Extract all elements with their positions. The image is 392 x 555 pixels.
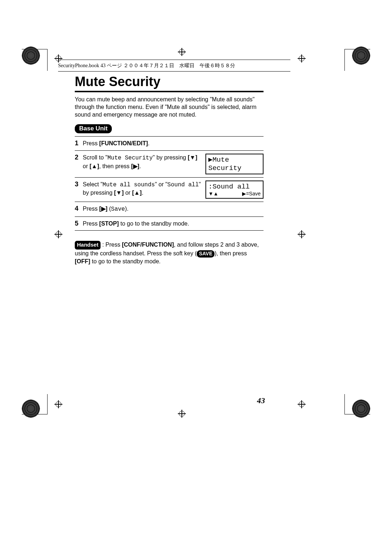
step-text: Press [▶] (Save). <box>83 205 264 214</box>
key-right-icon: [▶] <box>131 163 139 169</box>
text: " by pressing <box>153 154 188 161</box>
step-1: 1 Press [FUNCTION/EDIT]. <box>75 136 264 150</box>
corner-ornament-icon <box>352 400 370 418</box>
text: . <box>148 140 150 146</box>
crop-rule <box>344 394 345 414</box>
text: Select " <box>83 181 103 187</box>
registration-mark-icon <box>298 400 306 408</box>
lcd-line: :Sound all <box>208 183 261 191</box>
text: ). <box>125 206 128 212</box>
page-number: 43 <box>257 396 265 405</box>
text: to go to the standby mode. <box>90 258 161 264</box>
step-number: 1 <box>75 139 83 147</box>
step-4: 4 Press [▶] (Save). <box>75 202 264 216</box>
steps-list: 1 Press [FUNCTION/EDIT]. 2 Scroll to "Mu… <box>75 136 264 231</box>
text: Press <box>83 140 99 146</box>
registration-mark-icon <box>54 230 62 238</box>
text: . <box>142 190 143 196</box>
text: Press <box>83 206 99 212</box>
text: : Press <box>101 242 122 248</box>
key-label: [CONF/FUNCTION] <box>122 242 174 248</box>
lcd-text: Sound all <box>167 182 199 188</box>
page-content: Mute Security You can mute beep and anno… <box>75 72 264 265</box>
text: or <box>124 190 132 196</box>
text: Scroll to " <box>83 154 107 161</box>
step-number: 5 <box>75 220 83 227</box>
text: " or " <box>155 181 167 187</box>
running-head-text: SecurityPhone.book 43 ページ ２００４年７月２１日 水曜日… <box>58 63 235 68</box>
handset-paragraph: Handset : Press [CONF/FUNCTION], and fol… <box>75 241 264 265</box>
step-text: Select "Mute all sounds" or "Sound all" … <box>83 181 202 197</box>
corner-ornament-icon <box>22 400 40 418</box>
step-number: 4 <box>75 205 83 212</box>
softkey-save: SAVE <box>197 250 215 258</box>
lcd-nav-arrows-icon: ▼▲ <box>208 191 219 197</box>
key-up-icon: [▲] <box>132 190 142 196</box>
page-title: Mute Security <box>75 74 264 89</box>
intro-paragraph: You can mute beep and announcement by se… <box>75 96 264 118</box>
key-label: [OFF] <box>75 258 90 264</box>
registration-mark-icon <box>178 48 186 56</box>
crop-rule <box>47 49 48 71</box>
lcd-box: :Sound all ▼▲ ▶=Save <box>205 181 264 199</box>
key-up-icon: [▲] <box>90 163 99 169</box>
lcd-line: ▶Mute Security <box>205 154 264 174</box>
crop-rule <box>47 394 48 414</box>
step-number: 3 <box>75 181 83 188</box>
text: . <box>139 163 141 169</box>
lcd-text: Save <box>111 206 125 212</box>
handset-pill: Handset <box>75 241 101 249</box>
text: or <box>83 163 90 169</box>
key-label: [FUNCTION/EDIT] <box>99 140 148 146</box>
step-2: 2 Scroll to "Mute Security" by pressing … <box>75 150 264 177</box>
corner-ornament-icon <box>352 46 370 65</box>
step-text: Press [STOP] to go to the standby mode. <box>83 220 264 228</box>
text: Press <box>83 220 99 227</box>
registration-mark-icon <box>178 410 186 418</box>
key-down-icon: [▼] <box>188 154 197 161</box>
step-text: Scroll to "Mute Security" by pressing [▼… <box>83 154 202 170</box>
text: to go to the standby mode. <box>119 220 189 227</box>
lcd-display: ▶Mute Security <box>205 154 264 174</box>
step-5: 5 Press [STOP] to go to the standby mode… <box>75 216 264 231</box>
step-text: Press [FUNCTION/EDIT]. <box>83 139 264 147</box>
registration-mark-icon <box>298 230 306 238</box>
lcd-display: :Sound all ▼▲ ▶=Save <box>205 181 264 199</box>
step-3: 3 Select "Mute all sounds" or "Sound all… <box>75 177 264 202</box>
print-page: SecurityPhone.book 43 ページ ２００４年７月２１日 水曜日… <box>0 0 392 555</box>
lcd-text: Mute Security <box>107 155 153 161</box>
lcd-text: Mute all sounds <box>103 182 155 188</box>
key-label: [STOP] <box>99 220 119 227</box>
crop-rule <box>344 49 345 71</box>
title-underline <box>75 91 264 92</box>
text: ), then press <box>215 250 247 256</box>
registration-mark-icon <box>298 54 306 62</box>
text: , then press <box>99 163 131 169</box>
section-base-unit: Base Unit <box>75 124 112 133</box>
key-right-icon: [▶] <box>99 206 107 212</box>
key-down-icon: [▼] <box>114 190 124 196</box>
text: ( <box>107 206 111 212</box>
crop-rule <box>22 49 22 49</box>
corner-ornament-icon <box>22 46 40 65</box>
running-head: SecurityPhone.book 43 ページ ２００４年７月２１日 水曜日… <box>58 57 290 74</box>
step-number: 2 <box>75 154 83 161</box>
registration-mark-icon <box>54 400 62 408</box>
lcd-save-hint: ▶=Save <box>242 191 261 197</box>
